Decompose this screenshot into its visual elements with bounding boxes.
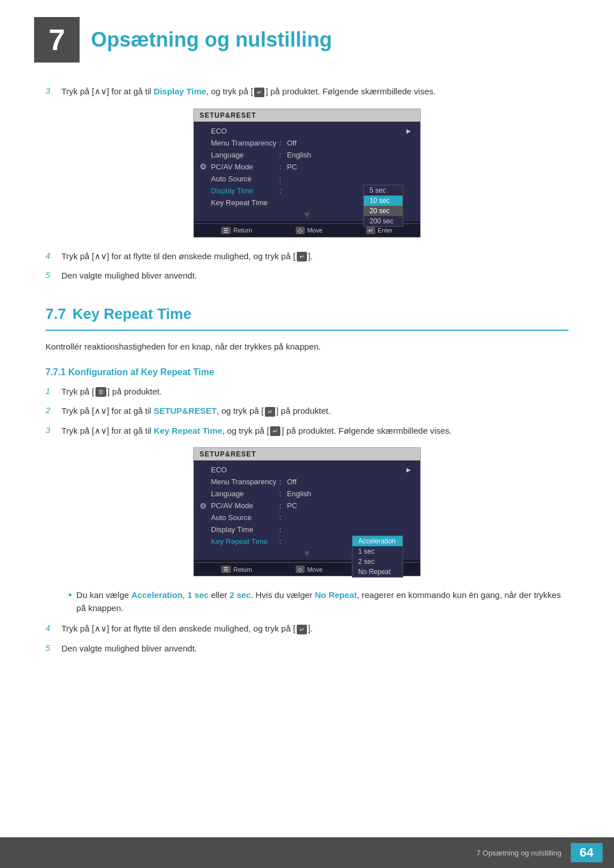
menu-label-language: Language	[211, 151, 279, 159]
menu2-item-displaytime: Display Time :	[194, 524, 420, 535]
dropdown-1sec: 1 sec	[352, 546, 403, 556]
menu2-item-menu-trans: Menu Transparency : Off	[194, 476, 420, 488]
step-text-5: Den valgte mulighed bliver anvendt.	[61, 269, 197, 283]
dropdown-acceleration: Acceleration	[352, 536, 403, 546]
step-text-4: Tryk på [∧∨] for at flytte til den ønske…	[61, 250, 313, 263]
gear-icon-2: ⚙	[200, 501, 207, 510]
menu2-value-menu-trans: Off	[287, 477, 297, 486]
menu2-item-keyrepeat: Key Repeat Time : Acceleration 1 sec 2 s…	[194, 535, 420, 547]
menu-item-displaytime: Display Time : 5 sec 10 sec 20 sec 200 s…	[194, 185, 420, 197]
menu-title-2: SETUP&RESET	[194, 448, 420, 460]
enter-icon-5: ↵	[297, 625, 307, 634]
dropdown-20sec: 20 sec	[364, 206, 403, 216]
page-header: 7 Opsætning og nulstilling	[0, 0, 614, 74]
highlight-keyrepeat: Key Repeat Time	[154, 426, 222, 435]
step-number-4: 4	[45, 250, 61, 260]
highlight-setup: SETUP&RESET	[154, 406, 217, 416]
menu2-label-menu-trans: Menu Transparency	[211, 477, 279, 486]
chapter-number-box: 7	[34, 17, 80, 63]
dropdown-2sec: 2 sec	[352, 556, 403, 567]
menu-item-language: Language : English	[194, 149, 420, 161]
section-7-7-heading: 7.7	[45, 305, 66, 326]
section-description: Kontrollér reaktionshastigheden for en k…	[45, 340, 569, 354]
step2-text-1: Tryk på [☰] på produktet.	[61, 385, 162, 398]
step2-text-3: Tryk på [∧∨] for at gå til Key Repeat Ti…	[61, 425, 452, 438]
menu-label-keyrepeat: Key Repeat Time	[211, 198, 279, 207]
return-label-2: Return	[233, 566, 252, 573]
dropdown-10sec: 10 sec	[364, 196, 403, 206]
menu-label-displaytime: Display Time	[211, 186, 279, 195]
eco-arrow-2: ►	[405, 466, 412, 474]
bullet-text: Du kan vælge Acceleration, 1 sec eller 2…	[76, 589, 569, 614]
footer2-move: ◇ Move	[296, 566, 322, 573]
highlight-2sec: 2 sec	[230, 590, 251, 600]
step2-number-1: 1	[45, 385, 61, 396]
menu-label-eco: ECO	[211, 127, 279, 135]
menu2-value-language: English	[287, 489, 312, 498]
enter-icon-3: ↵	[265, 407, 275, 417]
step2-4: 4 Tryk på [∧∨] for at flytte til den øns…	[45, 622, 569, 636]
step2-5: 5 Den valgte mulighed bliver anvendt.	[45, 642, 569, 655]
dropdown-5sec: 5 sec	[364, 185, 403, 196]
menu-label-menu-trans: Menu Transparency	[211, 139, 279, 147]
step2-number-3: 3	[45, 425, 61, 435]
display-time-dropdown: 5 sec 10 sec 20 sec 200 sec	[363, 185, 403, 227]
bullet-dot: •	[68, 588, 72, 603]
move-icon: ◇	[296, 227, 305, 234]
menu-body-1: ECO ► Menu Transparency : Off Language :…	[194, 122, 420, 221]
step2-number-2: 2	[45, 405, 61, 415]
chapter-number: 7	[49, 23, 65, 57]
bullet-item-1: • Du kan vælge Acceleration, 1 sec eller…	[68, 589, 569, 614]
menu2-value-pcav: PC	[287, 501, 297, 510]
menu2-item-language: Language : English	[194, 488, 420, 500]
menu2-label-keyrepeat: Key Repeat Time	[211, 537, 279, 546]
menu2-item-eco: ECO ►	[194, 464, 420, 476]
move-icon-2: ◇	[296, 566, 305, 573]
enter-label: Enter	[377, 227, 392, 234]
eco-arrow: ►	[405, 127, 412, 135]
highlight-display-time: Display Time	[154, 86, 206, 96]
move-label-2: Move	[307, 566, 322, 573]
menu-label-pcav: PC/AV Mode	[211, 163, 279, 171]
step-number-5: 5	[45, 269, 61, 280]
step2-number-5: 5	[45, 642, 61, 653]
menu2-label-displaytime: Display Time	[211, 525, 279, 534]
menu-title-1: SETUP&RESET	[194, 109, 420, 122]
keyrepeat-dropdown: Acceleration 1 sec 2 sec No Repeat	[352, 535, 403, 578]
menu-item-eco: ECO ►	[194, 125, 420, 137]
step-text-3: Tryk på [∧∨] for at gå til Display Time,…	[61, 85, 435, 98]
menu2-label-eco: ECO	[211, 466, 279, 474]
menu-body-2: ECO ► Menu Transparency : Off Language :…	[194, 460, 420, 560]
menu-item-menu-trans: Menu Transparency : Off	[194, 137, 420, 149]
bullet-list: • Du kan vælge Acceleration, 1 sec eller…	[68, 589, 569, 614]
gear-icon: ⚙	[200, 162, 207, 171]
footer-enter: ↵ Enter	[366, 227, 392, 234]
chapter-title: Opsætning og nulstilling	[91, 28, 332, 52]
step2-3: 3 Tryk på [∧∨] for at gå til Key Repeat …	[45, 425, 569, 438]
menu2-item-autosource: Auto Source :	[194, 512, 420, 524]
page-number: 64	[571, 843, 603, 862]
menu-item-pcav: ⚙ PC/AV Mode : PC	[194, 161, 420, 173]
return-icon: ☰	[221, 227, 231, 234]
step2-text-2: Tryk på [∧∨] for at gå til SETUP&RESET, …	[61, 405, 331, 418]
return-label: Return	[233, 227, 252, 234]
enter-icon-1: ↵	[254, 88, 264, 97]
move-label: Move	[307, 227, 322, 234]
step-5: 5 Den valgte mulighed bliver anvendt.	[45, 269, 569, 283]
menu-value-menu-trans: Off	[287, 139, 297, 147]
footer-move: ◇ Move	[296, 227, 322, 234]
menu-value-language: English	[287, 151, 312, 159]
step2-2: 2 Tryk på [∧∨] for at gå til SETUP&RESET…	[45, 405, 569, 418]
main-content: 3 Tryk på [∧∨] for at gå til Display Tim…	[0, 74, 614, 696]
step-3: 3 Tryk på [∧∨] for at gå til Display Tim…	[45, 85, 569, 98]
menu-label-autosource: Auto Source	[211, 175, 279, 183]
step-number-3: 3	[45, 85, 61, 95]
menu-screenshot-1: SETUP&RESET ECO ► Menu Transparency : Of…	[193, 109, 421, 238]
step-4: 4 Tryk på [∧∨] for at flytte til den øns…	[45, 250, 569, 263]
step2-text-5: Den valgte mulighed bliver anvendt.	[61, 642, 197, 655]
section-7-7-title: Key Repeat Time	[68, 305, 191, 326]
highlight-acceleration: Acceleration	[131, 590, 182, 600]
enter-icon-4: ↵	[270, 426, 280, 436]
step2-number-4: 4	[45, 622, 61, 633]
step2-text-4: Tryk på [∧∨] for at flytte til den ønske…	[61, 622, 313, 636]
